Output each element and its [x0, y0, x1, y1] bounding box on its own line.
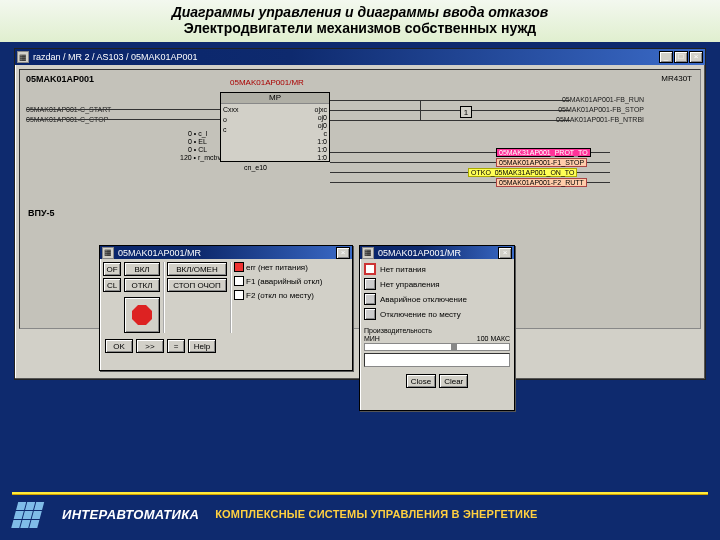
fault-label: F1 (аварийный откл) [246, 277, 322, 286]
pin: oj0 [318, 122, 327, 129]
device-mr-label: 05MAK01AP001/MR [230, 78, 304, 87]
tag[interactable]: OTKO_05MAK31AP001_ON_TO [468, 168, 577, 177]
forward-button[interactable]: >> [136, 339, 164, 353]
control-dialog[interactable]: ▦ 05MAK01AP001/MR × OF CL ВКЛ ОТКЛ ВКЛ/О… [99, 245, 353, 371]
close-button[interactable]: Close [406, 374, 436, 388]
divider [12, 492, 708, 495]
productivity-input[interactable] [364, 353, 510, 367]
stopnow-button[interactable]: СТОП ОЧОП [167, 278, 227, 292]
pin: ojxc [315, 106, 327, 113]
tag[interactable]: 05MAK31AP001_PROT_TO [496, 148, 591, 157]
ok-button[interactable]: OK [105, 339, 133, 353]
fault-label: Нет управления [380, 280, 439, 289]
header-line2: Электродвигатели механизмов собственных … [0, 20, 720, 36]
dialog-icon: ▦ [102, 247, 114, 259]
dialog-close-button[interactable]: × [498, 247, 512, 259]
func-block-header: MP [221, 93, 329, 104]
app-icon: ▦ [17, 51, 29, 63]
fault-toggle[interactable] [364, 308, 376, 320]
fault-row: err (нет питания) [234, 262, 322, 272]
brand-label: ИНТЕРАВТОМАТИКА [62, 507, 199, 522]
fault-label: Отключение по месту [380, 310, 461, 319]
pin: c [324, 130, 328, 137]
help-button[interactable]: Help [188, 339, 216, 353]
fault-row: F1 (аварийный откл) [234, 276, 322, 286]
productivity-slider[interactable] [364, 343, 510, 351]
input-label: 0 • EL [188, 138, 207, 145]
cl-button[interactable]: CL [103, 278, 121, 292]
clear-button[interactable]: Clear [439, 374, 468, 388]
header-line1: Диаграммы управления и диаграммы ввода о… [0, 4, 720, 20]
pin: 1:0 [317, 146, 327, 153]
fault-label: F2 (откл по месту) [246, 291, 314, 300]
wire [330, 100, 570, 101]
company-logo-icon [11, 501, 50, 527]
close-button[interactable]: × [689, 51, 703, 63]
pin: c [223, 126, 227, 133]
fault-toggle[interactable] [364, 293, 376, 305]
signal-right: 05MAK01AP001-FB_STOP [558, 106, 644, 113]
signal-right: 05MAK01AP001-FB_NTRBI [556, 116, 644, 123]
wire [330, 110, 570, 111]
min-label: МИН [364, 335, 380, 342]
pin: o [223, 116, 227, 123]
separator [163, 262, 164, 333]
productivity-label: Производительность [364, 327, 432, 334]
fault-toggle[interactable] [364, 278, 376, 290]
input-label: 0 • c_l [188, 130, 207, 137]
cancel-button[interactable]: ВКЛ/ОМЕН [167, 262, 227, 276]
stop-icon[interactable] [124, 297, 160, 333]
pin: Cxxx [223, 106, 239, 113]
of-button[interactable]: OF [103, 262, 121, 276]
input-label: cn_e10 [244, 164, 267, 171]
off-button[interactable]: ОТКЛ [124, 278, 160, 292]
fault-row: F2 (откл по месту) [234, 290, 322, 300]
fault-checkbox[interactable] [234, 276, 244, 286]
tag[interactable]: 05MAK01AP001-F2_RUTT [496, 178, 587, 187]
max-label: МАКС [490, 335, 510, 342]
separator [230, 262, 231, 333]
app-window: ▦ razdan / MR 2 / AS103 / 05MAK01AP001 _… [14, 48, 706, 380]
input-label: 0 • CL [188, 146, 207, 153]
slide-header: Диаграммы управления и диаграммы ввода о… [0, 0, 720, 42]
fault-dialog[interactable]: ▦ 05MAK01AP001/MR × Нет питания Нет упра… [359, 245, 515, 411]
func-block[interactable]: MP Cxxx o c ojxc oj0 oj0 c 1:0 1:0 1:0 [220, 92, 330, 162]
fault-toggle[interactable] [364, 263, 376, 275]
device-id-label: 05MAK01AP001 [26, 74, 94, 84]
fault-row: Аварийное отключение [364, 293, 510, 305]
dialog-title: 05MAK01AP001/MR [118, 248, 336, 258]
dialog-titlebar[interactable]: ▦ 05MAK01AP001/MR × [360, 246, 514, 259]
minimize-button[interactable]: _ [659, 51, 673, 63]
productivity-group: Производительность МИН 100 МАКС [364, 327, 510, 367]
pin: 1:0 [317, 154, 327, 161]
tag[interactable]: 05MAK01AP001-F1_STOP [496, 158, 587, 167]
wire [26, 119, 220, 120]
footer: ИНТЕРАВТОМАТИКА КОМПЛЕКСНЫЕ СИСТЕМЫ УПРА… [0, 486, 720, 540]
vpu-label: ВПУ-5 [28, 208, 55, 218]
fault-label: Аварийное отключение [380, 295, 467, 304]
wire [330, 120, 570, 121]
on-button[interactable]: ВКЛ [124, 262, 160, 276]
equals-button[interactable]: = [167, 339, 185, 353]
fault-checkbox[interactable] [234, 290, 244, 300]
stage: ▦ razdan / MR 2 / AS103 / 05MAK01AP001 _… [0, 42, 720, 472]
pct-value: 100 [477, 335, 489, 342]
dialog-title: 05MAK01AP001/MR [378, 248, 498, 258]
fault-checkbox[interactable] [234, 262, 244, 272]
tagline-label: КОМПЛЕКСНЫЕ СИСТЕМЫ УПРАВЛЕНИЯ В ЭНЕРГЕТ… [215, 508, 537, 520]
dialog-icon: ▦ [362, 247, 374, 259]
fault-label: err (нет питания) [246, 263, 308, 272]
fault-label: Нет питания [380, 265, 426, 274]
wire [420, 100, 421, 120]
fault-row: Нет питания [364, 263, 510, 275]
wire [26, 109, 220, 110]
maximize-button[interactable]: □ [674, 51, 688, 63]
fault-row: Нет управления [364, 278, 510, 290]
dialog-close-button[interactable]: × [336, 247, 350, 259]
app-title: razdan / MR 2 / AS103 / 05MAK01AP001 [33, 52, 659, 62]
input-label: 120 • r_mcbv [180, 154, 221, 161]
dialog-titlebar[interactable]: ▦ 05MAK01AP001/MR × [100, 246, 352, 259]
logic-one-box[interactable]: 1 [460, 106, 472, 118]
app-titlebar[interactable]: ▦ razdan / MR 2 / AS103 / 05MAK01AP001 _… [15, 49, 705, 65]
fault-row: Отключение по месту [364, 308, 510, 320]
